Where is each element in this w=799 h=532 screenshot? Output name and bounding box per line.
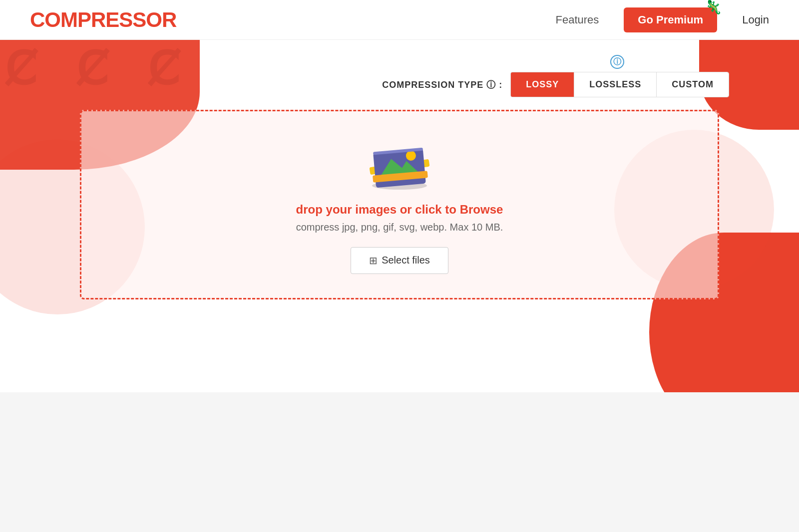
drop-zone[interactable]: drop your images or click to Browse comp… bbox=[80, 110, 719, 299]
compression-label: COMPRESSION TYPE ⓘ : bbox=[382, 79, 502, 91]
chameleon-icon: 🦎 bbox=[705, 0, 722, 15]
compression-type-selector: COMPRESSION TYPE ⓘ : LOSSY LOSSLESS CUST… bbox=[382, 72, 729, 97]
header: COMPRESSOR Features Go Premium 🦎 Login bbox=[0, 0, 799, 40]
drop-zone-image-icon bbox=[365, 136, 434, 191]
drop-text-primary: drop your images or click to Browse bbox=[296, 203, 503, 217]
plus-icon: ⊞ bbox=[369, 255, 378, 266]
logo: COMPRESSOR bbox=[30, 8, 176, 32]
login-link[interactable]: Login bbox=[742, 13, 769, 26]
info-row: ⓘ bbox=[610, 55, 624, 69]
bottom-section bbox=[0, 392, 799, 532]
features-link[interactable]: Features bbox=[556, 13, 599, 26]
compression-lossy-button[interactable]: LOSSY bbox=[511, 72, 574, 97]
header-nav: Features Go Premium 🦎 Login bbox=[556, 7, 769, 32]
logo-text: COMPRESSOR bbox=[30, 8, 176, 32]
go-premium-button[interactable]: Go Premium 🦎 bbox=[624, 7, 717, 32]
main-content: ⓘ COMPRESSION TYPE ⓘ : LOSSY LOSSLESS CU… bbox=[0, 40, 799, 299]
select-files-button[interactable]: ⊞ Select files bbox=[351, 247, 448, 274]
select-files-label: Select files bbox=[382, 255, 430, 266]
compression-lossless-button[interactable]: LOSSLESS bbox=[574, 72, 657, 97]
compression-custom-button[interactable]: CUSTOM bbox=[657, 72, 729, 97]
premium-label: Go Premium bbox=[638, 13, 703, 26]
compression-buttons: LOSSY LOSSLESS CUSTOM bbox=[510, 72, 729, 97]
drop-text-secondary: compress jpg, png, gif, svg, webp. Max 1… bbox=[296, 222, 503, 233]
info-icon[interactable]: ⓘ bbox=[610, 55, 624, 69]
